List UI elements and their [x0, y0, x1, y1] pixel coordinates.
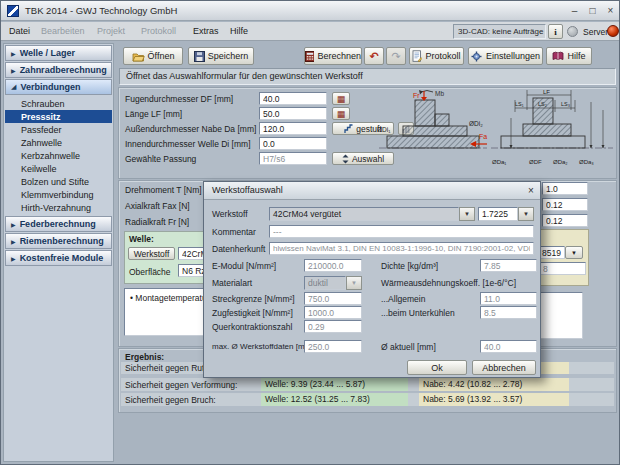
axialkraft-factor-input[interactable] — [542, 198, 588, 211]
menu-hilfe[interactable]: Hilfe — [230, 26, 248, 36]
result-verformung-nabe: Nabe: 4.42 (10.82 ... 2.78) — [419, 378, 569, 391]
passung-label: Gewählte Passung — [125, 154, 196, 164]
querkontraktion-field — [304, 320, 362, 333]
sidebar-group-riemenberechnung[interactable]: ▶ Riemenberechnung — [5, 233, 112, 249]
calculator-mini-icon: ▦ — [337, 109, 346, 119]
allgemein-field — [480, 292, 537, 305]
calculator-mini-icon: ▦ — [337, 94, 346, 104]
help-button[interactable]: Hilfe — [546, 47, 592, 65]
chevron-right-icon: ▶ — [11, 255, 16, 262]
sidebar-group-zahnradberechnung[interactable]: ▶ Zahnradberechnung — [5, 62, 112, 78]
menu-extras[interactable]: Extras — [193, 26, 219, 36]
calc-lf-button[interactable]: ▦ — [332, 107, 350, 120]
chevron-down-icon[interactable]: ▼ — [518, 207, 534, 221]
menu-bar: Datei Bearbeiten Projekt Protokoll Extra… — [1, 22, 619, 41]
calculator-icon — [305, 51, 314, 62]
dialog-title-bar[interactable]: Werkstoffauswahl — [204, 182, 540, 200]
drehmoment-factor-input[interactable] — [542, 182, 588, 195]
ok-button[interactable]: Ok — [407, 360, 467, 375]
sidebar-item-passfeder[interactable]: Passfeder — [5, 123, 112, 136]
chevron-right-icon: ▶ — [11, 238, 16, 245]
chevron-right-icon: ▶ — [11, 67, 16, 74]
waermeausdehnung-label: Wärmeausdehnungskoeff. [1e-6/°C] — [381, 278, 516, 288]
technical-diagram: Mb Fr ØDi₁ ØDi₂ Fa LF LS₁ LS₂ LS₃ ØDa₁ Ø… — [377, 88, 615, 176]
streckgrenze-field — [304, 292, 362, 305]
label-ls1: LS₁ — [515, 101, 524, 107]
nabe-combo-arrow-button[interactable]: ▼ — [565, 246, 583, 259]
group-label: Zahnradberechnung — [20, 65, 107, 75]
calculate-button[interactable]: Berechnen — [304, 47, 362, 65]
sidebar-item-zahnwelle[interactable]: Zahnwelle — [5, 136, 112, 149]
cancel-button[interactable]: Abbrechen — [472, 360, 536, 375]
label-lf: LF — [543, 89, 550, 95]
window-title: TBK 2014 - GWJ Technology GmbH — [25, 5, 177, 16]
protocol-button[interactable]: Protokoll — [409, 47, 464, 65]
welle-group-title: Welle: — [129, 234, 154, 244]
label-da2: ØDa₂ — [553, 159, 568, 165]
open-folder-icon — [132, 51, 145, 62]
redo-icon: ↷ — [391, 50, 400, 63]
info-button[interactable]: i — [548, 24, 563, 39]
sidebar-group-federberechnung[interactable]: ▶ Federberechnung — [5, 216, 112, 232]
sidebar-group-verbindungen[interactable]: ◢ Verbindungen — [5, 79, 112, 95]
sidebar-item-kerbzahnwelle[interactable]: Kerbzahnwelle — [5, 149, 112, 162]
werkstoff-combobox[interactable]: 42CrMo4 vergütet ▼ — [269, 207, 475, 221]
unterkuehlen-field — [480, 306, 537, 319]
radialkraft-label: Radialkraft Fr [N] — [125, 217, 189, 227]
sidebar-item-klemmverbindung[interactable]: Klemmverbindung — [5, 188, 112, 201]
floppy-disk-icon — [194, 51, 205, 62]
label-df: ØDF — [529, 159, 542, 165]
sidebar-item-presssitz[interactable]: Presssitz — [5, 110, 112, 123]
dialog-close-button[interactable]: × — [524, 184, 538, 198]
save-button[interactable]: Speichern — [188, 47, 254, 65]
laenge-input[interactable] — [259, 107, 327, 120]
label-fa: Fa — [479, 133, 487, 140]
kommentar-input[interactable] — [269, 225, 534, 238]
group-label: Verbindungen — [20, 82, 80, 92]
aktuell-durchmesser-field — [480, 340, 537, 353]
label-di1: ØDi₁ — [377, 126, 391, 133]
close-button[interactable]: × — [603, 4, 618, 18]
nabe-oberflaeche-field — [539, 262, 586, 275]
result-bruch-label: Sicherheit gegen Bruch: — [125, 395, 216, 405]
aktuell-durchmesser-label: Ø aktuell [mm] — [381, 342, 436, 352]
sidebar-item-hirth-verzahnung[interactable]: Hirth-Verzahnung — [5, 201, 112, 214]
radialkraft-factor-input[interactable] — [542, 214, 588, 227]
sidebar-group-kostenfreie-module[interactable]: ▶ Kostenfreie Module — [5, 250, 112, 266]
datenherkunft-field — [269, 242, 534, 255]
result-verformung-label: Sicherheit gegen Verformung: — [125, 380, 237, 390]
result-bruch-welle: Welle: 12.52 (31.25 ... 7.83) — [261, 393, 408, 406]
menu-datei[interactable]: Datei — [9, 26, 30, 36]
kommentar-label: Kommentar — [212, 227, 256, 237]
maximize-button[interactable]: □ — [585, 4, 600, 18]
sidebar-item-schrauben[interactable]: Schrauben — [5, 97, 112, 110]
sidebar-item-bolzen-stifte[interactable]: Bolzen und Stifte — [5, 175, 112, 188]
werkstoffnummer-combobox[interactable]: 1.7225 ▼ — [478, 207, 534, 221]
chevron-expanded-icon: ◢ — [11, 83, 16, 91]
aussendurchmesser-input[interactable] — [259, 122, 327, 135]
result-verformung-welle: Welle: 9.39 (23.44 ... 5.87) — [261, 378, 408, 391]
chevron-right-icon: ▶ — [11, 221, 16, 228]
sidebar-item-keilwelle[interactable]: Keilwelle — [5, 162, 112, 175]
fugendurchmesser-input[interactable] — [259, 92, 327, 105]
max-durchmesser-field — [304, 340, 362, 353]
settings-button[interactable]: Einstellungen — [468, 47, 543, 65]
book-icon — [552, 51, 564, 61]
undo-button[interactable]: ↶ — [364, 47, 384, 65]
label-da3: ØDa₃ — [579, 159, 594, 165]
innendurchmesser-label: Innendurchmesser Welle Di [mm] — [125, 139, 251, 149]
calc-df-button[interactable]: ▦ — [332, 92, 350, 105]
label-mb: Mb — [435, 90, 444, 97]
title-bar[interactable]: TBK 2014 - GWJ Technology GmbH – □ × — [1, 1, 619, 21]
emodul-field — [304, 259, 362, 272]
application-window: TBK 2014 - GWJ Technology GmbH – □ × Dat… — [0, 0, 620, 465]
chevron-down-icon[interactable]: ▼ — [459, 207, 475, 221]
label-da1: ØDa₁ — [492, 159, 506, 165]
max-durchmesser-label: max. Ø Werkstoffdaten [mm] — [212, 342, 314, 351]
sidebar-group-welle-lager[interactable]: ▶ Welle / Lager — [5, 45, 112, 61]
materialart-combobox: duktil ▼ — [304, 276, 362, 290]
welle-werkstoff-button[interactable]: Werkstoff — [128, 247, 175, 260]
minimize-button[interactable]: – — [567, 4, 582, 18]
open-button[interactable]: Öffnen — [123, 47, 183, 65]
innendurchmesser-input[interactable] — [259, 137, 327, 150]
